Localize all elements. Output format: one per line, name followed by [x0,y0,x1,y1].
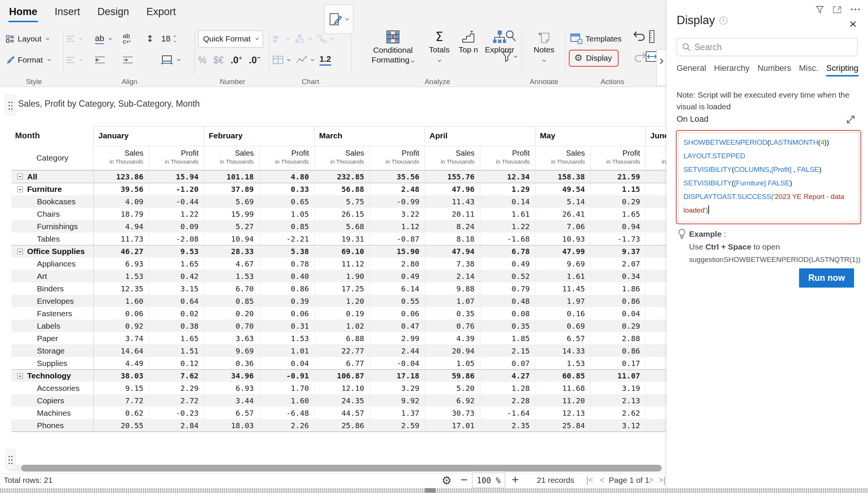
table-row[interactable]: Envelopes1.600.640.850.391.200.551.070.4… [11,295,701,307]
tab-home[interactable]: Home [9,6,37,18]
table-row[interactable]: Art1.530.421.530.401.900.492.140.521.610… [11,270,701,282]
wrap-text-button[interactable]: abc↵ [123,30,131,47]
horizontal-scrollbar-thumb[interactable] [21,465,662,472]
indent-increase-button[interactable] [123,51,133,69]
value-cell: 0.94 [590,220,646,233]
close-panel-button[interactable]: × [849,17,857,30]
panel-tab-scripting[interactable]: Scripting [826,63,859,77]
panel-search-input[interactable]: Search [677,38,857,56]
visual-filter-icon[interactable] [816,6,824,14]
previous-page-button[interactable]: < [600,475,605,485]
panel-tab-general[interactable]: General [677,63,706,77]
conditional-formatting-button[interactable]: ConditionalFormatting [365,30,421,65]
visual-drag-handle-bottom[interactable] [5,449,15,470]
font-size-spinners[interactable] [173,35,177,43]
table-row[interactable]: Office Supplies46.279.5328.335.3869.1015… [11,245,701,257]
hierarchy-chart-button[interactable] [295,34,312,43]
decrease-decimals-button[interactable]: .0− [249,54,261,66]
panel-tab-hierarchy[interactable]: Hierarchy [714,63,749,77]
format-button[interactable]: Format [6,51,51,69]
filter-button[interactable] [501,51,517,62]
table-row[interactable]: Copiers7.722.723.441.6024.359.926.922.28… [11,394,701,407]
totals-button[interactable]: Σ Totals [425,30,454,63]
focus-mode-icon[interactable] [832,6,842,14]
indent-decrease-button[interactable] [95,51,105,69]
panel-collapse-chevron[interactable]: › [656,49,666,86]
run-now-button[interactable]: Run now [799,268,854,288]
increase-decimals-button[interactable]: .0+ [231,54,242,66]
panel-tab-numbers[interactable]: Numbers [757,63,791,77]
value-cell: 1.53 [93,270,149,282]
decimal-style-button[interactable]: 1.2 [319,54,331,66]
collapse-icon[interactable] [17,174,23,179]
next-page-button[interactable]: > [649,475,654,485]
value-cell: 0.78 [259,257,315,270]
table-row[interactable]: Tables11.73-2.0810.94-2.2119.31-0.878.18… [11,233,701,245]
redo-button[interactable] [634,52,646,63]
value-cell: 37.89 [204,183,259,195]
value-cell: 9.92 [370,394,425,407]
collapse-icon[interactable] [17,249,23,254]
table-row[interactable]: Technology38.037.6234.96-0.91106.8717.18… [11,369,701,382]
table-row[interactable]: Fasteners0.060.020.200.060.190.060.350.0… [11,307,701,320]
table-row[interactable]: Chairs18.791.2215.991.0526.153.2220.111.… [11,208,701,220]
first-page-button[interactable]: |< [586,475,593,485]
table-row[interactable]: Accessories9.152.296.931.7012.103.295.20… [11,382,701,394]
align-bottom-dropdown[interactable] [66,51,83,69]
tab-export[interactable]: Export [147,6,176,18]
script-editor[interactable]: SHOWBETWEENPERIOD(LASTNMONTH(4))LAYOUT.S… [676,130,861,224]
info-icon[interactable]: i [720,17,727,24]
table-row[interactable]: Paper3.741.653.631.536.882.994.391.856.5… [11,332,701,344]
search-data-button[interactable] [504,29,517,42]
value-cell: 11.20 [535,394,590,407]
table-style-button[interactable] [273,56,290,64]
table-row[interactable]: Phones20.552.8418.032.2625.862.5917.012.… [11,419,701,432]
table-row[interactable]: Supplies4.490.120.360.046.77-0.041.050.0… [11,357,701,369]
table-row[interactable]: Furniture39.56-1.2037.890.3356.882.4847.… [11,183,701,195]
bar-chart-button[interactable] [273,34,290,43]
percent-format-button[interactable]: % [198,55,206,66]
zoom-level-input[interactable]: 100 % [472,473,505,488]
panel-tab-misc[interactable]: Misc. [799,63,818,77]
layout-button[interactable]: Layout [6,30,49,47]
currency-format-button[interactable]: $€ [213,55,224,66]
zoom-out-button[interactable]: − [460,473,468,487]
horizontal-scrollbar[interactable] [8,465,663,472]
page-scrollbar-thumb[interactable] [425,488,436,493]
table-row[interactable]: Machines0.62-0.236.57-6.4844.571.3730.73… [11,407,701,419]
table-row[interactable]: Binders12.353.156.700.8617.256.149.880.7… [11,282,701,295]
table-row[interactable]: All123.8615.94101.184.80232.8535.56155.7… [11,170,701,183]
expand-editor-button[interactable] [846,115,855,124]
top-n-button[interactable]: Top n [455,30,481,54]
notes-button[interactable]: Notes [524,30,564,63]
table-row[interactable]: Storage14.641.519.691.0122.772.4420.942.… [11,344,701,357]
table-row[interactable]: Bookcases4.09-0.445.690.655.75-0.9911.43… [11,195,701,208]
row-height-icon[interactable]: ↕ [146,30,154,47]
tab-design[interactable]: Design [98,6,129,18]
value-cell: 0.02 [149,307,204,320]
text-overflow-button[interactable]: ab [95,30,112,47]
edit-mode-button[interactable] [324,5,353,34]
table-row[interactable]: Furnishings4.940.095.270.855.681.128.241… [11,220,701,233]
more-options-icon[interactable]: ··· [850,4,861,15]
table-row[interactable]: Appliances6.931.654.670.7811.122.807.380… [11,257,701,270]
visual-drag-handle[interactable] [5,95,15,115]
font-size-stepper[interactable]: 18 [161,30,177,47]
row-label: Supplies [11,357,93,369]
quick-format-select[interactable]: Quick Format [198,31,263,47]
last-page-button[interactable]: >| [659,475,666,485]
zoom-in-button[interactable]: + [512,473,519,487]
collapse-icon[interactable] [17,373,23,379]
table-row[interactable]: Labels0.920.380.700.311.020.470.760.350.… [11,320,701,332]
tab-insert[interactable]: Insert [55,6,80,18]
line-chart-button[interactable] [296,55,314,64]
align-top-dropdown[interactable] [66,30,83,47]
undo-button[interactable] [633,31,646,42]
templates-button[interactable]: Templates [570,30,622,47]
ruler-button[interactable] [649,30,655,43]
collapse-icon[interactable] [17,187,23,192]
waterfall-chart-button[interactable] [317,34,334,43]
table-settings-button[interactable]: ⚙ [442,474,452,487]
column-width-button[interactable] [161,51,180,69]
display-button[interactable]: ⚙ Display [569,50,619,67]
